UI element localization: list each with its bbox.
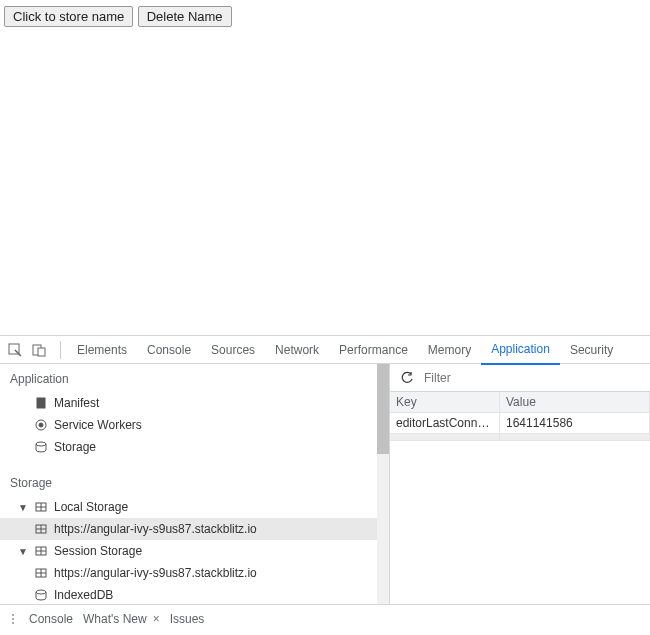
- devtools-tabbar: Elements Console Sources Network Perform…: [0, 336, 650, 364]
- storage-data-panel: Key Value editorLastConnec... 1641141586: [390, 364, 650, 604]
- tab-console[interactable]: Console: [137, 336, 201, 364]
- col-key[interactable]: Key: [390, 392, 500, 412]
- table-row-empty[interactable]: [390, 434, 650, 441]
- section-storage-title: Storage: [0, 458, 377, 496]
- close-icon[interactable]: ×: [153, 612, 160, 626]
- tab-application[interactable]: Application: [481, 335, 560, 365]
- cell-value: 1641141586: [500, 413, 650, 433]
- cell-key: [390, 434, 500, 440]
- tab-memory[interactable]: Memory: [418, 336, 481, 364]
- drawer-tab-console[interactable]: Console: [29, 612, 73, 626]
- table-icon: [34, 544, 48, 558]
- manifest-icon: [34, 396, 48, 410]
- drawer-tab-issues[interactable]: Issues: [170, 612, 205, 626]
- tab-network[interactable]: Network: [265, 336, 329, 364]
- sidebar-item-storage-overview[interactable]: Storage: [0, 436, 377, 458]
- sidebar-item-label: Service Workers: [54, 418, 142, 432]
- chevron-down-icon: ▼: [18, 502, 28, 513]
- sidebar-item-label: Storage: [54, 440, 96, 454]
- table-icon: [34, 566, 48, 580]
- refresh-icon[interactable]: [396, 371, 418, 385]
- storage-toolbar: [390, 364, 650, 392]
- svg-rect-2: [38, 348, 45, 356]
- sidebar-item-label: Session Storage: [54, 544, 142, 558]
- sidebar-item-local-storage[interactable]: ▼ Local Storage: [0, 496, 377, 518]
- cell-key: editorLastConnec...: [390, 413, 500, 433]
- cell-value: [500, 434, 650, 440]
- table-header: Key Value: [390, 392, 650, 413]
- drawer-tab-whatsnew[interactable]: What's New: [83, 612, 147, 626]
- device-toggle-icon[interactable]: [30, 341, 48, 359]
- inspect-icon[interactable]: [6, 341, 24, 359]
- sidebar-item-service-workers[interactable]: Service Workers: [0, 414, 377, 436]
- sidebar-item-manifest[interactable]: Manifest: [0, 392, 377, 414]
- database-icon: [34, 440, 48, 454]
- delete-name-button[interactable]: Delete Name: [138, 6, 232, 27]
- sidebar-item-session-storage[interactable]: ▼ Session Storage: [0, 540, 377, 562]
- scrollbar-thumb[interactable]: [377, 364, 389, 454]
- drawer-tabs: ⋯ Console What's New × Issues: [0, 604, 650, 632]
- sidebar-item-label: Local Storage: [54, 500, 128, 514]
- sidebar-item-label: https://angular-ivy-s9us87.stackblitz.io: [54, 522, 257, 536]
- devtools-panel: Elements Console Sources Network Perform…: [0, 335, 650, 632]
- svg-point-6: [36, 442, 46, 446]
- tab-security[interactable]: Security: [560, 336, 623, 364]
- svg-point-19: [36, 590, 46, 594]
- page-content: Click to store name Delete Name: [0, 0, 650, 335]
- svg-point-5: [39, 423, 43, 427]
- tab-performance[interactable]: Performance: [329, 336, 418, 364]
- sidebar-item-indexeddb[interactable]: IndexedDB: [0, 584, 377, 604]
- store-name-button[interactable]: Click to store name: [4, 6, 133, 27]
- svg-rect-3: [37, 398, 45, 408]
- section-application-title: Application: [0, 364, 377, 392]
- sidebar-item-label: https://angular-ivy-s9us87.stackblitz.io: [54, 566, 257, 580]
- kebab-icon[interactable]: ⋯: [6, 612, 20, 625]
- sidebar-item-session-storage-origin[interactable]: https://angular-ivy-s9us87.stackblitz.io: [0, 562, 377, 584]
- filter-input[interactable]: [418, 371, 650, 385]
- table-icon: [34, 500, 48, 514]
- table-icon: [34, 522, 48, 536]
- separator: [60, 341, 61, 359]
- table-row[interactable]: editorLastConnec... 1641141586: [390, 413, 650, 434]
- tab-elements[interactable]: Elements: [67, 336, 137, 364]
- sidebar-item-label: IndexedDB: [54, 588, 113, 602]
- database-icon: [34, 588, 48, 602]
- chevron-down-icon: ▼: [18, 546, 28, 557]
- sidebar-item-label: Manifest: [54, 396, 99, 410]
- scrollbar-track[interactable]: [377, 364, 389, 604]
- gear-icon: [34, 418, 48, 432]
- application-sidebar: Application Manifest Service Workers: [0, 364, 390, 604]
- storage-table: Key Value editorLastConnec... 1641141586: [390, 392, 650, 441]
- col-value[interactable]: Value: [500, 392, 650, 412]
- sidebar-item-local-storage-origin[interactable]: https://angular-ivy-s9us87.stackblitz.io: [0, 518, 377, 540]
- tab-sources[interactable]: Sources: [201, 336, 265, 364]
